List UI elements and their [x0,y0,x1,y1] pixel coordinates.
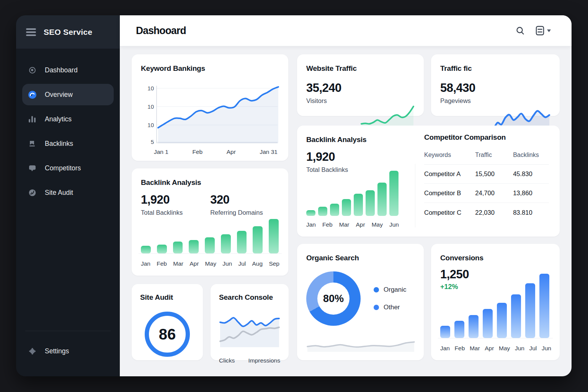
chat-bubble-icon [28,163,37,173]
legend-item-other: Other [374,304,407,311]
search-icon [516,26,525,35]
sidebar-footer: Settings [16,331,120,376]
sidebar-item-label: Dashboard [45,66,78,74]
dashboard-content: Keyword Bankings 10 10 10 5 Jan 1FebAprJ… [120,46,572,376]
search-console-legend: ClicksImpressions [219,357,280,364]
card-title: Site Audit [140,293,194,302]
legend-item-organic: Organic [374,286,407,294]
sidebar-item-overview[interactable]: Overview [22,84,114,105]
col-keywords: Keywords [424,152,475,158]
card-traffic-fic: Traffic fic 58,430 Pageviews [431,54,560,116]
sidebar-item-analytics[interactable]: Analytics [22,108,114,130]
topbar-actions [516,26,551,36]
pageviews-value: 58,430 [440,81,501,95]
chevron-down-icon [547,29,551,32]
card-search-console: Search Console ClicksImpressions [211,284,289,360]
legend-label: Organic [384,286,407,294]
backlinks-bar-chart [306,171,399,216]
speedometer-icon [28,90,37,99]
sidebar-item-label: Analytics [45,115,72,123]
competitor-traffic: 22,030 [475,209,513,216]
table-row[interactable]: Competitor A 15,500 45.830 [424,165,549,184]
col-traffic: Traffic [475,152,513,158]
bookmark-icon [28,139,37,148]
donut-legend: Organic Other [374,286,407,311]
organic-search-donut: 80% [306,271,361,326]
topbar: Dashooard [120,15,572,46]
sidebar: SEO Service Dashboard Overview Analytics [16,15,120,376]
y-tick: 10 [142,85,154,91]
site-audit-gauge: 86 [145,312,190,357]
x-axis-labels: Jan 1FebAprJan 31 [154,149,278,155]
card-title: Backlink Analysis [141,178,279,187]
backlinks-bar-chart [141,219,279,253]
competitor-name: Competitor A [424,170,475,178]
card-backlink-analysis: Backlink Analysis 1,920 Total Backlinks … [132,168,288,276]
gear-icon [28,346,37,356]
bar-chart-labels: JanFebMarAprMayJunJulJun [440,345,551,352]
donut-center-label: 80% [306,271,361,326]
legend-dot [374,287,379,292]
main-area: Dashooard Keyword Bankings [120,15,572,376]
conversions-bar-chart [440,274,550,338]
card-title: Traffic fic [440,64,501,73]
sidebar-item-label: Overview [45,91,73,99]
card-conversions: Conversions 1,250 +12% JanFebMarAprMayJu… [431,244,560,360]
competitor-name: Competitor B [424,189,475,197]
app-window: SEO Service Dashboard Overview Analytics [16,15,572,376]
globe-icon [28,188,37,197]
list-view-icon [536,26,544,36]
card-organic-search: Organic Search 80% Organic [297,244,424,360]
organic-trend-line [306,336,415,352]
sidebar-item-label: Backlinks [45,140,73,148]
card-backlinks-competitors: Backlink Analysis 1,920 Total Backlinks … [297,126,560,237]
screenshot-canvas: SEO Service Dashboard Overview Analytics [0,0,588,392]
sidebar-item-backlinks[interactable]: Backlinks [22,133,114,154]
competitor-comparison: Competitor Comparison Keywords Traffic B… [424,133,549,222]
pageviews-label: Pageviews [440,97,501,105]
card-title: Conversions [440,254,550,262]
sidebar-item-site-audit[interactable]: Site Audit [22,182,114,203]
search-button[interactable] [516,26,525,35]
sidebar-divider [25,331,111,331]
competitor-name: Competitor C [424,209,475,216]
total-backlinks-label: Total Backlinks [141,209,183,216]
card-title: Keyword Bankings [141,64,279,73]
y-tick: 10 [142,103,154,110]
view-switcher-button[interactable] [536,26,551,36]
competitor-backlinks: 45.830 [513,170,549,178]
sidebar-item-settings[interactable]: Settings [22,340,114,362]
target-icon [28,65,37,75]
card-website-traffic: Website Traffic 35,240 Visitors [297,54,424,116]
table-row[interactable]: Competitor C 22,030 83.810 [424,203,549,222]
col-backlinks: Backlinks [513,152,549,158]
keyword-rankings-chart: 10 10 10 5 [156,86,278,143]
site-audit-score: 86 [159,326,176,343]
card-title: Website Traffic [306,64,366,73]
hamburger-menu-icon[interactable] [26,28,36,36]
table-row[interactable]: Competitor B 24,700 13,860 [424,184,549,203]
page-title: Dashooard [136,24,186,37]
sidebar-item-competitors[interactable]: Competitors [22,157,114,179]
card-title: Competitor Comparison [424,133,549,142]
sidebar-item-dashboard[interactable]: Dashboard [22,59,114,81]
competitor-traffic: 15,500 [475,170,513,178]
visitors-label: Visitors [306,97,366,105]
brand-title: SEO Service [44,28,92,37]
competitor-backlinks: 13,860 [513,189,549,197]
impressions-line [219,311,280,347]
axis-line [139,253,282,254]
legend-label: Other [384,304,400,311]
competitor-backlinks: 83.810 [513,209,549,216]
card-title: Organic Search [306,254,415,262]
table-header-row: Keywords Traffic Backlinks [424,145,549,165]
y-tick: 5 [142,139,154,145]
sidebar-nav: Dashboard Overview Analytics Backli [16,49,120,203]
search-console-chart [219,311,280,347]
y-tick: 10 [142,122,154,128]
bar-chart-labels: JanFebMarAprMayJun [306,221,399,228]
line-series [157,86,279,143]
card-title: Search Console [219,293,280,302]
section-divider [415,164,415,227]
total-backlinks-value: 1,920 [141,193,183,207]
